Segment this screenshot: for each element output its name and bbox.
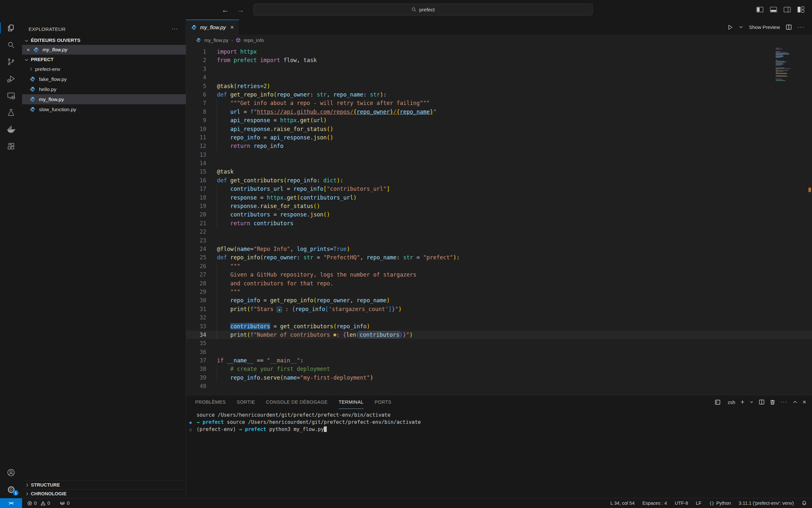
close-panel-icon[interactable]: × (803, 398, 806, 406)
line-number[interactable]: 11 (186, 133, 206, 142)
panel-tab-probl-mes[interactable]: PROBLÈMES (195, 395, 226, 409)
shell-label[interactable]: zsh (727, 399, 735, 405)
line-number[interactable]: 8 (186, 108, 206, 116)
line-number[interactable]: 33 (186, 322, 206, 331)
activity-source-control[interactable] (0, 53, 22, 70)
close-icon[interactable]: × (27, 47, 30, 53)
panel-more-actions-icon[interactable]: ··· (780, 399, 787, 405)
problems-status[interactable]: 0 0 (27, 501, 50, 506)
line-number[interactable]: 40 (186, 382, 206, 390)
code-line[interactable]: 5@task(retries=2) (186, 82, 812, 90)
terminal-dropdown-chevron-icon[interactable] (750, 400, 754, 404)
minimap[interactable] (776, 48, 797, 82)
line-number[interactable]: 5 (186, 82, 206, 90)
line-number[interactable]: 23 (186, 236, 206, 245)
panel-tab-ports[interactable]: PORTS (375, 395, 391, 409)
activity-run-debug[interactable] (0, 70, 22, 87)
line-number[interactable]: 35 (186, 339, 206, 347)
line-number[interactable]: 16 (186, 176, 206, 184)
open-editor-item[interactable]: × my_flow.py (22, 45, 186, 55)
code-line[interactable]: 4 (186, 73, 812, 82)
language-mode[interactable]: {} Python (709, 501, 731, 506)
breadcrumb-symbol[interactable]: repo_info (244, 37, 264, 43)
line-number[interactable]: 32 (186, 313, 206, 322)
panel-tab-terminal[interactable]: TERMINAL (339, 395, 364, 409)
panel-tab-console-de-d-bogage[interactable]: CONSOLE DE DÉBOGAGE (266, 395, 328, 409)
breadcrumb-file[interactable]: my_flow.py (204, 37, 228, 43)
code-line[interactable]: 2from prefect import flow, task (186, 56, 812, 65)
line-number[interactable]: 36 (186, 348, 206, 356)
activity-docker[interactable] (0, 121, 22, 138)
code-line[interactable]: 14 (186, 159, 812, 167)
code-line[interactable]: 38 # create your first deployment (186, 365, 812, 373)
panel-tab-sortie[interactable]: SORTIE (237, 395, 255, 409)
tab-close-icon[interactable]: × (230, 24, 234, 31)
line-number[interactable]: 9 (186, 116, 206, 125)
code-line[interactable]: 21 return contributors (186, 219, 812, 227)
line-number[interactable]: 26 (186, 262, 206, 270)
code-line[interactable]: 13 (186, 151, 812, 159)
run-dropdown-chevron-icon[interactable] (739, 25, 743, 29)
settings-button[interactable]: 1 (0, 481, 22, 498)
split-editor-icon[interactable] (786, 24, 792, 30)
line-number[interactable]: 31 (186, 305, 206, 313)
code-line[interactable]: 9 api_response = httpx.get(url) (186, 116, 812, 125)
code-line[interactable]: 39 repo_info.serve(name="my-first-deploy… (186, 374, 812, 382)
line-number[interactable]: 25 (186, 253, 206, 262)
notifications-bell-icon[interactable] (802, 501, 807, 506)
line-number[interactable]: 39 (186, 374, 206, 382)
line-number[interactable]: 3 (186, 65, 206, 73)
run-python-file-icon[interactable] (727, 25, 733, 30)
line-number[interactable]: 7 (186, 99, 206, 107)
activity-explorer[interactable] (0, 19, 22, 36)
line-number[interactable]: 28 (186, 279, 206, 288)
line-number[interactable]: 2 (186, 56, 206, 65)
code-editor[interactable]: 1import httpx2from prefect import flow, … (186, 45, 812, 395)
code-line[interactable]: 6def get_repo_info(repo_owner: str, repo… (186, 90, 812, 99)
code-line[interactable]: 18 response = httpx.get(contributors_url… (186, 194, 812, 202)
line-number[interactable]: 27 (186, 270, 206, 279)
line-number[interactable]: 38 (186, 365, 206, 373)
file-item[interactable]: hello.py (22, 84, 186, 94)
new-terminal-icon[interactable]: + (741, 398, 745, 406)
toggle-primary-sidebar-icon[interactable] (756, 5, 764, 14)
code-line[interactable]: 37if __name__ == "__main__": (186, 356, 812, 365)
code-line[interactable]: 23 (186, 236, 812, 245)
code-line[interactable]: 17 contributors_url = repo_info["contrib… (186, 184, 812, 193)
activity-extensions[interactable] (0, 138, 22, 155)
line-number[interactable]: 15 (186, 167, 206, 176)
line-number[interactable]: 17 (186, 184, 206, 193)
code-line[interactable]: 24@flow(name="Repo Info", log_prints=Tru… (186, 245, 812, 253)
code-line[interactable]: 34 print(f"Number of contributors ☻: {le… (186, 331, 812, 339)
line-number[interactable]: 24 (186, 245, 206, 253)
customize-layout-icon[interactable] (797, 5, 805, 14)
kill-terminal-trash-icon[interactable] (770, 399, 775, 405)
code-line[interactable]: 40 (186, 382, 812, 390)
activity-testing[interactable] (0, 104, 22, 121)
line-number[interactable]: 34 (186, 331, 206, 339)
ports-status[interactable]: 0 (60, 501, 69, 506)
code-line[interactable]: 16def get_contributors(repo_info: dict): (186, 176, 812, 184)
line-number[interactable]: 13 (186, 151, 206, 159)
command-center-search[interactable]: prefect (253, 4, 593, 15)
code-line[interactable]: 35 (186, 339, 812, 347)
split-terminal-icon[interactable] (759, 399, 765, 405)
code-line[interactable]: 25def repo_info(repo_owner: str = "Prefe… (186, 253, 812, 262)
account-button[interactable] (0, 464, 22, 481)
line-number[interactable]: 20 (186, 210, 206, 219)
timeline-section[interactable]: CHRONOLOGIE (22, 489, 186, 498)
cursor-position[interactable]: L 34, col 54 (610, 501, 634, 506)
code-line[interactable]: 12 return repo_info (186, 142, 812, 150)
line-number[interactable]: 6 (186, 90, 206, 99)
line-number[interactable]: 18 (186, 194, 206, 202)
line-number[interactable]: 29 (186, 288, 206, 296)
code-line[interactable]: 30 repo_info = get_repo_info(repo_owner,… (186, 296, 812, 304)
activity-search[interactable] (0, 36, 22, 53)
toggle-panel-icon[interactable] (769, 5, 777, 14)
tab-my-flow[interactable]: my_flow.py × (186, 19, 239, 35)
code-line[interactable]: 28 and contributors for that repo. (186, 279, 812, 288)
code-line[interactable]: 7 """Get info about a repo - will retry … (186, 99, 812, 107)
outline-section[interactable]: STRUCTURE (22, 480, 186, 489)
project-section-header[interactable]: PREFECT (22, 55, 186, 64)
code-line[interactable]: 33 contributors = get_contributors(repo_… (186, 322, 812, 331)
